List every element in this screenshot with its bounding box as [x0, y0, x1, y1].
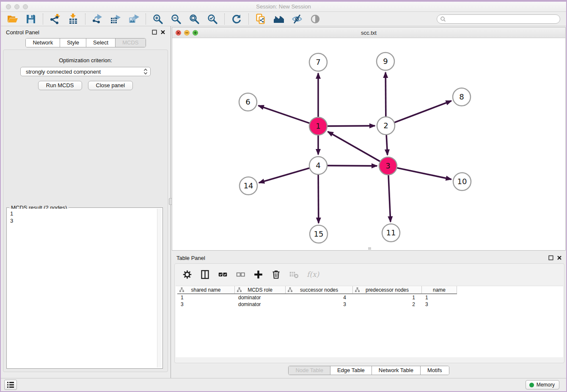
graph-node-9[interactable]: 9: [377, 52, 394, 70]
table-row[interactable]: 3dominator323: [177, 301, 457, 308]
zoom-in-icon[interactable]: [152, 14, 163, 25]
graph-node-14[interactable]: 14: [239, 177, 257, 195]
table-header-row: shared nameMCDS rolesuccessor nodesprede…: [177, 286, 457, 294]
titlebar: Session: New Session: [1, 2, 566, 12]
cell-shared-name[interactable]: 1: [177, 294, 235, 301]
tab-motifs[interactable]: Motifs: [420, 366, 449, 375]
apply-layout-icon[interactable]: [231, 14, 242, 25]
graph-edge-1-2[interactable]: [326, 126, 375, 126]
cell-successor-nodes[interactable]: 4: [286, 294, 353, 301]
zoom-selected-icon[interactable]: [207, 14, 218, 25]
graph-edge-2-3[interactable]: [386, 134, 388, 155]
graph-node-7[interactable]: 7: [309, 53, 327, 71]
column-header-predecessor-nodes[interactable]: predecessor nodes: [353, 286, 422, 293]
task-history-button[interactable]: [4, 380, 17, 390]
result-scrollbar[interactable]: [157, 209, 162, 367]
graph-node-8[interactable]: 8: [453, 88, 471, 106]
home-icon[interactable]: [273, 14, 284, 25]
cell-successor-nodes[interactable]: 3: [286, 301, 353, 308]
graph-edge-4-3[interactable]: [326, 166, 377, 166]
memory-status-icon: [529, 383, 534, 387]
delete-table-icon[interactable]: [289, 270, 299, 279]
mcds-panel: Optimization criterion: strongly connect…: [3, 50, 168, 372]
graph-node-15[interactable]: 15: [310, 225, 328, 243]
tab-edge-table[interactable]: Edge Table: [330, 366, 372, 375]
zoom-out-icon[interactable]: [171, 14, 182, 25]
application-window: Session: New Session: [1, 2, 566, 391]
export-network-icon[interactable]: [92, 14, 103, 25]
graph-edge-2-8[interactable]: [394, 101, 451, 123]
network-canvas[interactable]: 7968124314101511: [172, 38, 565, 250]
zoom-fit-icon[interactable]: [189, 14, 200, 25]
cell-name[interactable]: 3: [422, 301, 457, 308]
settings-gear-icon[interactable]: [182, 270, 192, 279]
graph-node-10[interactable]: 10: [453, 173, 471, 190]
graph-node-2[interactable]: 2: [377, 117, 395, 135]
delete-column-icon[interactable]: [271, 270, 281, 279]
save-session-icon[interactable]: [25, 14, 36, 25]
open-session-icon[interactable]: [7, 14, 18, 25]
float-table-panel-icon[interactable]: [548, 255, 553, 260]
column-header-name[interactable]: name: [422, 286, 457, 293]
memory-button[interactable]: Memory: [526, 380, 559, 389]
run-mcds-button[interactable]: Run MCDS: [38, 81, 82, 90]
column-header-shared-name[interactable]: shared name: [177, 286, 235, 293]
cell-predecessor-nodes[interactable]: 2: [353, 301, 422, 308]
mcds-result-line: 3: [10, 217, 156, 224]
import-network-icon[interactable]: [50, 14, 61, 25]
tab-select[interactable]: Select: [86, 39, 115, 47]
tab-network-table[interactable]: Network Table: [372, 366, 420, 375]
show-all-icon[interactable]: [310, 14, 321, 25]
cell-shared-name[interactable]: 3: [177, 301, 235, 308]
close-panel-button[interactable]: Close panel: [88, 81, 133, 90]
tab-network[interactable]: Network: [26, 39, 60, 47]
graph-node-1[interactable]: 1: [309, 117, 327, 135]
graph-node-3[interactable]: 3: [379, 157, 397, 175]
column-header-MCDS-role[interactable]: MCDS role: [235, 286, 286, 293]
network-window-titlebar[interactable]: scc.txt: [172, 28, 565, 38]
tab-mcds[interactable]: MCDS: [115, 39, 145, 47]
graph-edge-4-14[interactable]: [259, 168, 311, 182]
show-columns-icon[interactable]: [218, 270, 228, 279]
graph-edge-2-9[interactable]: [385, 72, 386, 118]
control-panel: Control Panel NetworkStyleSelectMCDS Opt…: [1, 26, 171, 378]
table-row[interactable]: 1dominator411: [177, 294, 457, 301]
graph-node-6[interactable]: 6: [239, 93, 257, 111]
search-field[interactable]: [437, 14, 560, 24]
hide-selected-icon[interactable]: [292, 14, 303, 25]
clone-network-icon[interactable]: [255, 14, 266, 25]
column-header-successor-nodes[interactable]: successor nodes: [286, 286, 353, 293]
export-table-icon[interactable]: [110, 14, 121, 25]
graph-edge-1-6[interactable]: [259, 105, 311, 123]
close-panel-icon[interactable]: [160, 30, 165, 35]
cell-MCDS-role[interactable]: dominator: [235, 301, 286, 308]
cell-MCDS-role[interactable]: dominator: [235, 294, 286, 301]
task-list-icon: [7, 382, 14, 388]
svg-text:10: 10: [457, 177, 467, 186]
criterion-dropdown[interactable]: strongly connected component: [20, 67, 151, 76]
import-table-icon[interactable]: [68, 14, 79, 25]
hide-columns-icon[interactable]: [236, 270, 245, 279]
graph-node-11[interactable]: 11: [382, 224, 400, 242]
insert-column-icon[interactable]: [200, 270, 210, 279]
graph-edge-3-1[interactable]: [328, 132, 381, 162]
tab-style[interactable]: Style: [60, 39, 86, 47]
graph-edge-3-11[interactable]: [388, 174, 391, 222]
graph-edge-4-15[interactable]: [318, 174, 319, 223]
graph-node-4[interactable]: 4: [309, 157, 327, 174]
canvas-resize-nub[interactable]: [368, 247, 371, 250]
node-table: shared nameMCDS rolesuccessor nodesprede…: [176, 286, 563, 357]
mcds-result-text[interactable]: 13: [8, 209, 157, 367]
cell-name[interactable]: 1: [422, 294, 457, 301]
export-image-icon[interactable]: [128, 14, 139, 25]
float-panel-icon[interactable]: [152, 30, 157, 35]
close-table-panel-icon[interactable]: [557, 255, 562, 260]
table-panel-title: Table Panel: [176, 255, 205, 261]
cell-predecessor-nodes[interactable]: 1: [353, 294, 422, 301]
tab-node-table[interactable]: Node Table: [289, 366, 330, 375]
create-column-icon[interactable]: [253, 270, 263, 279]
graph-edge-3-10[interactable]: [396, 168, 451, 179]
network-window-title: scc.txt: [172, 30, 565, 36]
search-input[interactable]: [446, 15, 560, 23]
svg-text:9: 9: [383, 57, 388, 66]
